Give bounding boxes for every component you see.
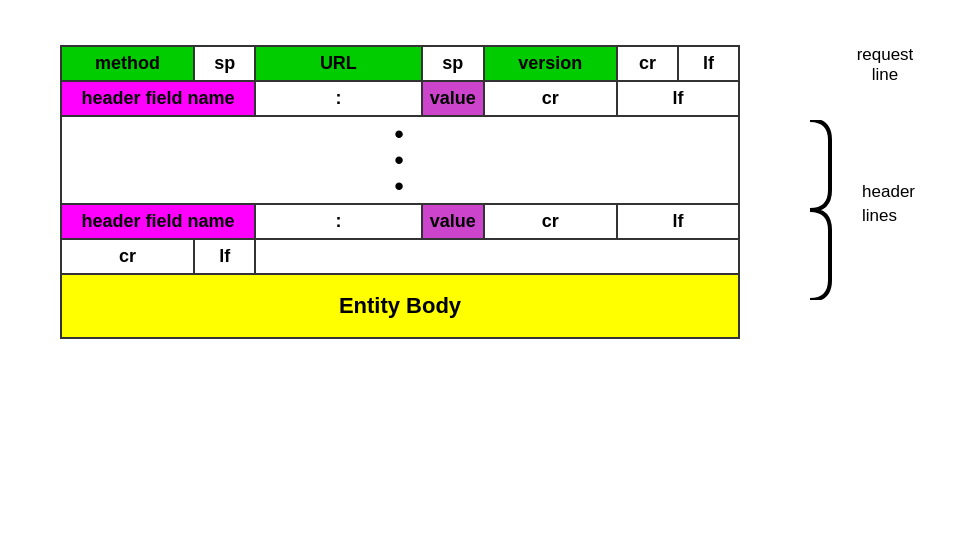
header-row-2: header field name : value cr lf [61,204,739,239]
cr-final: cr [61,239,194,274]
method-cell: method [61,46,194,81]
dots: ••• [394,119,405,201]
header-lines-brace [800,120,840,300]
lf1-cell: lf [678,46,739,81]
colon-1: : [255,81,421,116]
cr1-cell: cr [617,46,678,81]
lf2-cell: lf [617,81,739,116]
colon-2: : [255,204,421,239]
entity-body-row: Entity Body [61,274,739,338]
sp1-cell: sp [194,46,255,81]
http-request-diagram: method sp URL sp version cr lf header fi… [60,45,740,339]
request-line-label: request line [840,45,930,85]
lf-final: lf [194,239,255,274]
url-cell: URL [255,46,421,81]
lf3-cell: lf [617,204,739,239]
version-cell: version [484,46,617,81]
header-field-name-1: header field name [61,81,255,116]
sp2-cell: sp [422,46,484,81]
header-row-1: header field name : value cr lf [61,81,739,116]
cr-lf-row: cr lf [61,239,739,274]
value-1: value [422,81,484,116]
diagram-wrapper: method sp URL sp version cr lf header fi… [60,25,920,525]
entity-body-cell: Entity Body [61,274,739,338]
request-line-row: method sp URL sp version cr lf [61,46,739,81]
header-field-name-2: header field name [61,204,255,239]
header-lines-label: header lines [862,180,915,228]
empty-cell [255,239,739,274]
cr3-cell: cr [484,204,617,239]
cr2-cell: cr [484,81,617,116]
value-2: value [422,204,484,239]
dots-row: ••• [61,116,739,204]
